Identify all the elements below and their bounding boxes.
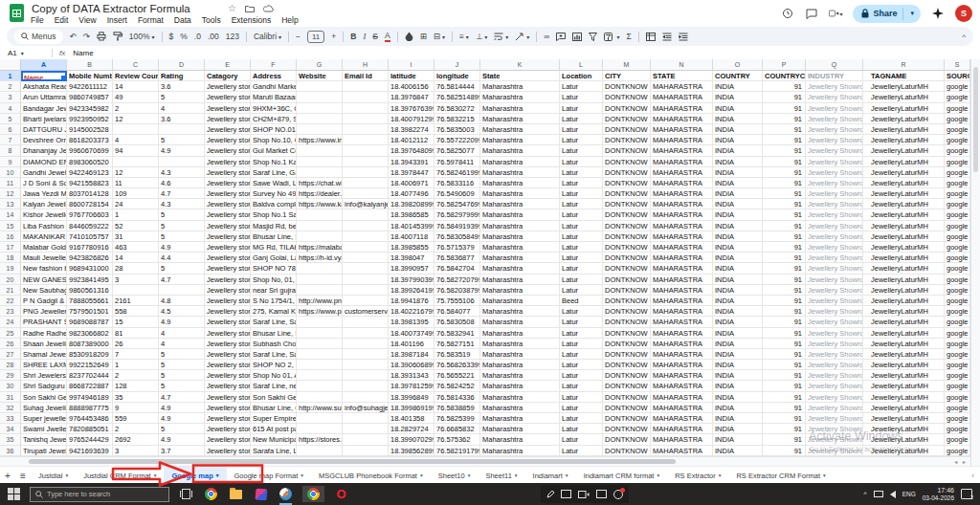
cell-F15[interactable]: Masjid Rd, behin [251,221,297,231]
avatar[interactable]: S [955,5,972,22]
cell-N24[interactable]: MAHARASTRA [651,317,713,327]
cell-O3[interactable]: INDIA [713,92,763,102]
cell-G27[interactable] [297,349,343,360]
cell-D35[interactable]: 4.9 [159,434,205,445]
cell-K18[interactable]: Maharashtra [480,252,560,263]
cell-I28[interactable]: 18.39060689999 [389,360,434,370]
comment-history-icon[interactable] [805,7,818,20]
cell-D27[interactable]: 5 [159,349,205,360]
cell-K33[interactable]: Maharashtra [480,413,560,424]
cell-G9[interactable] [297,157,343,167]
cell-N2[interactable]: MAHARASTRA [651,81,713,92]
cell-M9[interactable]: DONTKNOW [603,157,651,167]
scroll-arrows[interactable]: ◂ ▸ [954,458,968,465]
move-folder-icon[interactable] [245,5,255,12]
cell-G17[interactable]: https://malabar [297,242,343,252]
cell-P17[interactable]: 91 [763,242,806,252]
cell-B26[interactable]: 8087389000 [67,339,113,349]
cell-H10[interactable] [343,167,389,178]
cell-O25[interactable]: INDIA [713,328,763,339]
cell-L6[interactable]: Latur [560,124,603,135]
cell-G16[interactable] [297,231,343,242]
sheets-logo-icon[interactable] [10,4,24,22]
name-box[interactable]: A1 ▾ [0,49,52,57]
cell-O19[interactable]: INDIA [713,263,763,274]
cell-J6[interactable]: 76.5835003 [434,124,480,135]
cell-E33[interactable]: Jewellery store [205,413,251,424]
cell-E24[interactable]: Jewellery store [205,317,251,327]
cell-F7[interactable]: Shop No.10, Con [251,135,297,145]
cell-O11[interactable]: INDIA [713,178,763,188]
tab-justdial[interactable]: Justdial▾ [31,467,76,484]
file-explorer-icon[interactable] [228,486,244,502]
cell-B17[interactable]: 9167780916 [67,242,113,252]
cell-R10[interactable]: JewelleryLaturMH [863,167,945,178]
cell-N17[interactable]: MAHARASTRA [651,242,713,252]
cell-F25[interactable]: Bhusar Line, Saw [251,328,297,339]
row-number-23[interactable]: 23 [0,306,21,317]
cell-S27[interactable]: google [945,349,970,360]
cell-E27[interactable]: Jewellery store [205,349,251,360]
cell-N21[interactable]: MAHARASTRA [651,285,713,296]
cell-J15[interactable]: 76.58491939999 [434,221,480,231]
cell-F12[interactable]: Survey No 49/1, [251,188,297,199]
row-number-2[interactable]: 2 [0,81,21,92]
pencil-icon[interactable] [546,490,554,498]
gear-icon[interactable] [613,490,623,499]
cell-A30[interactable]: Shri Sadguru Jew [21,381,67,391]
cell-H3[interactable] [343,92,389,102]
cell-Q16[interactable]: Jewellery Showroom [806,231,863,242]
cell-C10[interactable]: 12 [113,167,159,178]
cell-F30[interactable]: Saraf Line, near [251,381,297,391]
column-header-D[interactable]: D [159,59,205,71]
cell-N6[interactable]: MAHARASTRA [651,124,713,135]
cell-I2[interactable]: 18.4006156 [389,81,434,92]
row-number-18[interactable]: 18 [0,252,21,263]
cell-K6[interactable]: Maharashtra [480,124,560,135]
cell-C35[interactable]: 2692 [113,434,159,445]
cell-N8[interactable]: MAHARASTRA [651,145,713,156]
cell-H26[interactable] [343,339,389,349]
cell-L7[interactable]: Latur [560,135,603,145]
cell-B33[interactable]: 9764453486 [67,413,113,424]
row-number-36[interactable]: 36 [0,446,21,456]
row-number-17[interactable]: 17 [0,242,21,252]
cell-F21[interactable]: near Sri gujrathi [251,285,297,296]
cell-S8[interactable]: google [945,145,970,156]
cell-C19[interactable]: 28 [113,263,159,274]
cell-N34[interactable]: MAHARASTRA [651,424,713,434]
tab-google-map-format[interactable]: Google map Format▾ [227,467,311,484]
cell-N9[interactable]: MAHARASTRA [651,157,713,167]
cell-N14[interactable]: MAHARASTRA [651,209,713,220]
cell-F36[interactable]: Sarafa Line, Latu [251,446,297,456]
cell-K27[interactable]: Maharashtra [480,349,560,360]
cell-N36[interactable]: MAHARASTRA [651,446,713,456]
cell-G4[interactable] [297,103,343,114]
cell-S34[interactable]: google [945,424,970,434]
cell-Q21[interactable]: Jewellery Showroom [806,285,863,296]
header-cell-J1[interactable]: longitude [434,71,480,81]
row-number-35[interactable]: 35 [0,434,21,445]
row-number-10[interactable]: 10 [0,167,21,178]
cell-J24[interactable]: 76.5830508 [434,317,480,327]
cell-O20[interactable]: INDIA [713,274,763,285]
cell-N19[interactable]: MAHARASTRA [651,263,713,274]
cell-I30[interactable]: 18.39781259999 [389,381,434,391]
cell-J25[interactable]: 76.5832941 [434,328,480,339]
cell-M32[interactable]: DONTKNOW [603,403,651,413]
cell-L5[interactable]: Latur [560,114,603,124]
font-select[interactable]: Calibri ▾ [254,32,281,41]
cell-G29[interactable] [297,370,343,381]
header-cell-R1[interactable]: TAGNAME [863,71,945,81]
print-button[interactable] [97,32,106,41]
tab-rs-extractor-crm-format[interactable]: RS Extractor CRM Format▾ [728,467,833,484]
cell-R3[interactable]: JewelleryLaturMH [863,92,945,102]
header-cell-L1[interactable]: Location [560,71,603,81]
cell-D15[interactable]: 5 [159,221,205,231]
cell-E23[interactable]: Jewellery store [205,306,251,317]
paint3d-icon[interactable] [253,486,269,502]
indent-decrease-button[interactable] [662,33,672,41]
cell-C13[interactable]: 24 [113,199,159,209]
cell-Q36[interactable]: Jewellery Showroom [806,446,863,456]
cell-D4[interactable]: 4 [159,103,205,114]
